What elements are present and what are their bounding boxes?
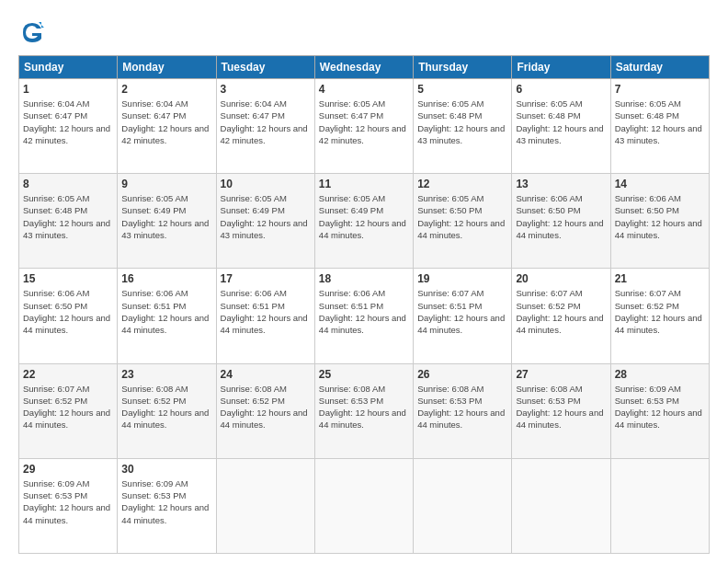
weekday-header: Wednesday	[314, 56, 413, 79]
day-number: 30	[121, 463, 211, 476]
calendar-day-cell: 3Sunrise: 6:04 AMSunset: 6:47 PMDaylight…	[216, 79, 314, 174]
calendar-day-cell: 26Sunrise: 6:08 AMSunset: 6:53 PMDayligh…	[414, 363, 512, 458]
day-info: Sunrise: 6:06 AMSunset: 6:50 PMDaylight:…	[516, 192, 606, 241]
day-info: Sunrise: 6:07 AMSunset: 6:51 PMDaylight:…	[417, 287, 507, 336]
day-number: 5	[417, 83, 507, 96]
day-info: Sunrise: 6:08 AMSunset: 6:53 PMDaylight:…	[319, 383, 409, 431]
day-info: Sunrise: 6:04 AMSunset: 6:47 PMDaylight:…	[121, 98, 211, 146]
calendar-day-cell: 17Sunrise: 6:06 AMSunset: 6:51 PMDayligh…	[216, 269, 314, 363]
day-info: Sunrise: 6:06 AMSunset: 6:50 PMDaylight:…	[615, 192, 705, 241]
day-info: Sunrise: 6:07 AMSunset: 6:52 PMDaylight:…	[23, 383, 113, 431]
day-number: 12	[417, 178, 507, 190]
calendar-day-cell: 18Sunrise: 6:06 AMSunset: 6:51 PMDayligh…	[314, 269, 413, 363]
day-number: 14	[615, 178, 705, 190]
calendar-day-cell: 29Sunrise: 6:09 AMSunset: 6:53 PMDayligh…	[19, 458, 118, 553]
day-info: Sunrise: 6:06 AMSunset: 6:51 PMDaylight:…	[319, 287, 409, 336]
calendar-day-cell: 1Sunrise: 6:04 AMSunset: 6:47 PMDaylight…	[19, 79, 118, 174]
calendar-day-cell: 30Sunrise: 6:09 AMSunset: 6:53 PMDayligh…	[118, 458, 216, 553]
day-number: 29	[23, 463, 113, 476]
day-info: Sunrise: 6:07 AMSunset: 6:52 PMDaylight:…	[615, 287, 705, 336]
day-number: 9	[121, 178, 211, 190]
day-number: 22	[23, 368, 113, 381]
page: SundayMondayTuesdayWednesdayThursdayFrid…	[0, 0, 728, 563]
day-info: Sunrise: 6:08 AMSunset: 6:52 PMDaylight:…	[221, 383, 311, 431]
logo-icon	[18, 18, 46, 46]
day-number: 3	[221, 83, 311, 96]
calendar-header-row: SundayMondayTuesdayWednesdayThursdayFrid…	[19, 56, 710, 79]
day-number: 23	[121, 368, 211, 381]
day-number: 18	[319, 272, 409, 285]
calendar-day-cell: 8Sunrise: 6:05 AMSunset: 6:48 PMDaylight…	[19, 174, 118, 269]
calendar-day-cell: 9Sunrise: 6:05 AMSunset: 6:49 PMDaylight…	[118, 174, 216, 269]
day-info: Sunrise: 6:06 AMSunset: 6:51 PMDaylight:…	[121, 287, 211, 336]
day-number: 4	[319, 83, 409, 96]
calendar-day-cell: 4Sunrise: 6:05 AMSunset: 6:47 PMDaylight…	[314, 79, 413, 174]
day-info: Sunrise: 6:05 AMSunset: 6:48 PMDaylight:…	[615, 98, 705, 146]
calendar-day-cell	[314, 458, 413, 553]
calendar-day-cell: 20Sunrise: 6:07 AMSunset: 6:52 PMDayligh…	[512, 269, 610, 363]
calendar-week-row: 1Sunrise: 6:04 AMSunset: 6:47 PMDaylight…	[19, 79, 710, 174]
calendar-day-cell: 6Sunrise: 6:05 AMSunset: 6:48 PMDaylight…	[512, 79, 610, 174]
calendar-day-cell: 22Sunrise: 6:07 AMSunset: 6:52 PMDayligh…	[19, 363, 118, 458]
weekday-header: Saturday	[610, 56, 709, 79]
day-info: Sunrise: 6:06 AMSunset: 6:51 PMDaylight:…	[221, 287, 311, 336]
calendar-day-cell: 15Sunrise: 6:06 AMSunset: 6:50 PMDayligh…	[19, 269, 118, 363]
day-info: Sunrise: 6:05 AMSunset: 6:49 PMDaylight:…	[121, 192, 211, 241]
calendar-day-cell: 14Sunrise: 6:06 AMSunset: 6:50 PMDayligh…	[610, 174, 709, 269]
weekday-header: Thursday	[414, 56, 512, 79]
day-number: 10	[221, 178, 311, 190]
weekday-header: Friday	[512, 56, 610, 79]
day-info: Sunrise: 6:05 AMSunset: 6:48 PMDaylight:…	[516, 98, 606, 146]
day-number: 20	[516, 272, 606, 285]
calendar-table: SundayMondayTuesdayWednesdayThursdayFrid…	[18, 55, 710, 554]
day-info: Sunrise: 6:04 AMSunset: 6:47 PMDaylight:…	[221, 98, 311, 146]
day-number: 24	[221, 368, 311, 381]
day-info: Sunrise: 6:08 AMSunset: 6:53 PMDaylight:…	[417, 383, 507, 431]
day-number: 25	[319, 368, 409, 381]
day-number: 27	[516, 368, 606, 381]
calendar-day-cell	[414, 458, 512, 553]
header	[18, 18, 710, 46]
calendar-day-cell: 12Sunrise: 6:05 AMSunset: 6:50 PMDayligh…	[414, 174, 512, 269]
day-number: 17	[221, 272, 311, 285]
day-number: 26	[417, 368, 507, 381]
day-info: Sunrise: 6:04 AMSunset: 6:47 PMDaylight:…	[23, 98, 113, 146]
calendar-day-cell: 16Sunrise: 6:06 AMSunset: 6:51 PMDayligh…	[118, 269, 216, 363]
day-info: Sunrise: 6:09 AMSunset: 6:53 PMDaylight:…	[615, 383, 705, 431]
calendar-week-row: 22Sunrise: 6:07 AMSunset: 6:52 PMDayligh…	[19, 363, 710, 458]
day-number: 21	[615, 272, 705, 285]
calendar-day-cell	[216, 458, 314, 553]
weekday-header: Monday	[118, 56, 216, 79]
day-info: Sunrise: 6:06 AMSunset: 6:50 PMDaylight:…	[23, 287, 113, 336]
day-number: 11	[319, 178, 409, 190]
day-info: Sunrise: 6:09 AMSunset: 6:53 PMDaylight:…	[23, 477, 113, 526]
day-number: 8	[23, 178, 113, 190]
calendar-week-row: 8Sunrise: 6:05 AMSunset: 6:48 PMDaylight…	[19, 174, 710, 269]
calendar-week-row: 15Sunrise: 6:06 AMSunset: 6:50 PMDayligh…	[19, 269, 710, 363]
weekday-header: Tuesday	[216, 56, 314, 79]
day-number: 13	[516, 178, 606, 190]
calendar-day-cell: 25Sunrise: 6:08 AMSunset: 6:53 PMDayligh…	[314, 363, 413, 458]
calendar-week-row: 29Sunrise: 6:09 AMSunset: 6:53 PMDayligh…	[19, 458, 710, 553]
day-number: 2	[121, 83, 211, 96]
calendar-day-cell: 24Sunrise: 6:08 AMSunset: 6:52 PMDayligh…	[216, 363, 314, 458]
day-info: Sunrise: 6:05 AMSunset: 6:49 PMDaylight:…	[221, 192, 311, 241]
day-info: Sunrise: 6:07 AMSunset: 6:52 PMDaylight:…	[516, 287, 606, 336]
calendar-day-cell: 21Sunrise: 6:07 AMSunset: 6:52 PMDayligh…	[610, 269, 709, 363]
calendar-day-cell	[512, 458, 610, 553]
day-info: Sunrise: 6:09 AMSunset: 6:53 PMDaylight:…	[121, 477, 211, 526]
calendar-day-cell: 10Sunrise: 6:05 AMSunset: 6:49 PMDayligh…	[216, 174, 314, 269]
calendar-day-cell: 23Sunrise: 6:08 AMSunset: 6:52 PMDayligh…	[118, 363, 216, 458]
day-number: 6	[516, 83, 606, 96]
day-number: 7	[615, 83, 705, 96]
day-number: 1	[23, 83, 113, 96]
day-number: 16	[121, 272, 211, 285]
day-number: 15	[23, 272, 113, 285]
calendar-day-cell	[610, 458, 709, 553]
calendar-day-cell: 13Sunrise: 6:06 AMSunset: 6:50 PMDayligh…	[512, 174, 610, 269]
calendar-day-cell: 28Sunrise: 6:09 AMSunset: 6:53 PMDayligh…	[610, 363, 709, 458]
calendar-day-cell: 2Sunrise: 6:04 AMSunset: 6:47 PMDaylight…	[118, 79, 216, 174]
day-info: Sunrise: 6:05 AMSunset: 6:47 PMDaylight:…	[319, 98, 409, 146]
day-info: Sunrise: 6:05 AMSunset: 6:49 PMDaylight:…	[319, 192, 409, 241]
calendar-day-cell: 27Sunrise: 6:08 AMSunset: 6:53 PMDayligh…	[512, 363, 610, 458]
